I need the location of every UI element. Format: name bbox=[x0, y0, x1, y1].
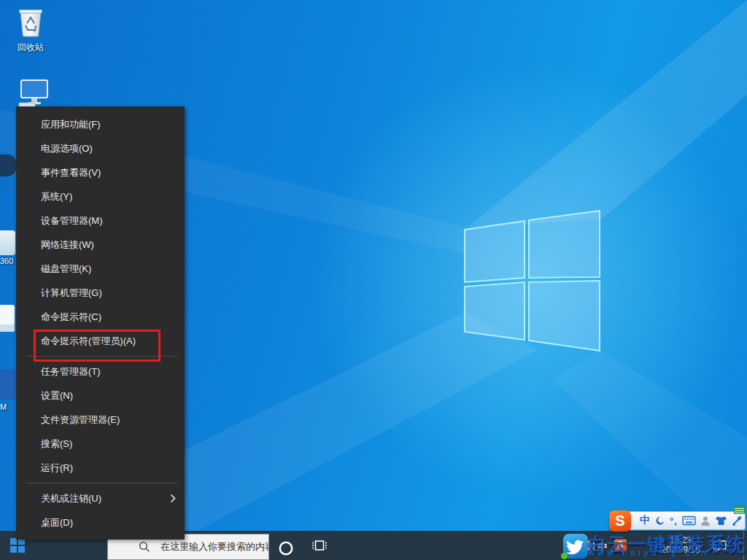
ime-mode-button[interactable]: 中 bbox=[640, 514, 650, 527]
menu-item-label: 任务管理器(T) bbox=[41, 366, 101, 377]
desktop-icon-label: M bbox=[0, 402, 18, 411]
menu-item-desktop[interactable]: 桌面(D) bbox=[16, 510, 185, 534]
menu-item-label: 设备管理器(M) bbox=[41, 215, 103, 226]
skin-shirt-icon[interactable] bbox=[715, 516, 727, 526]
search-icon bbox=[139, 541, 150, 553]
context-menu: 应用和功能(F)电源选项(O)事件查看器(V)系统(Y)设备管理器(M)网络连接… bbox=[16, 106, 185, 540]
menu-item-disk-management[interactable]: 磁盘管理(K) bbox=[16, 257, 185, 281]
menu-item-run[interactable]: 运行(R) bbox=[16, 456, 185, 480]
cortana-button[interactable] bbox=[278, 540, 294, 556]
menu-item-apps-features[interactable]: 应用和功能(F) bbox=[16, 112, 185, 136]
menu-item-label: 运行(R) bbox=[41, 462, 73, 473]
menu-separator bbox=[26, 356, 177, 357]
recycle-bin-icon bbox=[16, 6, 45, 39]
menu-item-settings[interactable]: 设置(N) bbox=[16, 384, 185, 408]
menu-item-command-prompt-admin[interactable]: 命令提示符(管理员)(A) bbox=[16, 329, 185, 353]
punctuation-mode-button[interactable]: °, bbox=[670, 516, 678, 526]
keyboard-icon[interactable] bbox=[682, 516, 696, 526]
menu-item-search[interactable]: 搜索(S) bbox=[16, 432, 185, 456]
menu-item-power-options[interactable]: 电源选项(O) bbox=[16, 136, 185, 160]
menu-item-command-prompt[interactable]: 命令提示符(C) bbox=[16, 305, 185, 329]
moon-icon[interactable] bbox=[654, 516, 665, 526]
menu-item-label: 命令提示符(C) bbox=[41, 311, 101, 322]
menu-item-label: 网络连接(W) bbox=[41, 239, 94, 250]
user-icon[interactable] bbox=[700, 516, 711, 526]
this-pc-icon bbox=[18, 79, 50, 108]
context-menu-items: 应用和功能(F)电源选项(O)事件查看器(V)系统(Y)设备管理器(M)网络连接… bbox=[16, 112, 185, 534]
windows-flag-logo bbox=[462, 209, 603, 354]
leaf-dot-icon bbox=[561, 553, 568, 559]
task-view-button[interactable] bbox=[311, 539, 328, 552]
menu-item-label: 设置(N) bbox=[41, 390, 73, 401]
menu-item-label: 电源选项(O) bbox=[41, 143, 93, 154]
recycle-bin-label: 回收站 bbox=[10, 42, 51, 54]
menu-item-label: 搜索(S) bbox=[41, 438, 72, 449]
desktop-icon-partial-360[interactable]: 360 bbox=[0, 230, 15, 255]
watermark-bird-logo bbox=[563, 534, 588, 559]
menu-item-computer-management[interactable]: 计算机管理(G) bbox=[16, 281, 185, 305]
ime-toolbar: S 中 °, bbox=[610, 511, 746, 530]
desktop-icon-label: 360 bbox=[0, 257, 18, 265]
menu-item-network-connections[interactable]: 网络连接(W) bbox=[16, 233, 185, 257]
menu-item-label: 文件资源管理器(E) bbox=[41, 414, 120, 425]
menu-item-file-explorer[interactable]: 文件资源管理器(E) bbox=[16, 408, 185, 432]
submenu-chevron-icon bbox=[170, 494, 176, 503]
menu-item-label: 命令提示符(管理员)(A) bbox=[41, 335, 136, 346]
watermark-url: www.baiyu…g.com bbox=[589, 548, 712, 557]
windows-logo-icon bbox=[10, 538, 25, 553]
menu-item-label: 计算机管理(G) bbox=[41, 287, 102, 298]
sogou-logo[interactable]: S bbox=[609, 510, 631, 532]
menu-item-label: 磁盘管理(K) bbox=[41, 263, 91, 274]
wrench-icon[interactable] bbox=[732, 516, 743, 526]
ime-notification-icon[interactable] bbox=[734, 506, 745, 514]
menu-separator bbox=[26, 483, 177, 483]
menu-item-label: 桌面(D) bbox=[41, 517, 73, 528]
desktop-icon-this-pc[interactable] bbox=[13, 79, 54, 108]
desktop: 回收站 360 M 应用和功能(F)电源选项(O)事件查看器(V)系统(Y)设备… bbox=[0, 0, 747, 560]
menu-item-label: 应用和功能(F) bbox=[41, 119, 101, 130]
desktop-icon-partial-doc[interactable] bbox=[0, 305, 15, 332]
menu-item-device-manager[interactable]: 设备管理器(M) bbox=[16, 209, 185, 233]
menu-item-system[interactable]: 系统(Y) bbox=[16, 184, 185, 209]
menu-item-task-manager[interactable]: 任务管理器(T) bbox=[16, 359, 185, 384]
desktop-icon-partial-m[interactable]: M bbox=[0, 369, 16, 400]
menu-item-shutdown-signout[interactable]: 关机或注销(U) bbox=[16, 486, 185, 510]
menu-item-label: 关机或注销(U) bbox=[41, 493, 101, 504]
menu-item-event-viewer[interactable]: 事件查看器(V) bbox=[16, 160, 185, 184]
menu-item-label: 事件查看器(V) bbox=[41, 167, 101, 178]
menu-item-label: 系统(Y) bbox=[41, 191, 72, 202]
search-placeholder: 在这里输入你要搜索的内容 bbox=[160, 540, 269, 553]
desktop-icon-recycle-bin[interactable]: 回收站 bbox=[10, 6, 51, 54]
